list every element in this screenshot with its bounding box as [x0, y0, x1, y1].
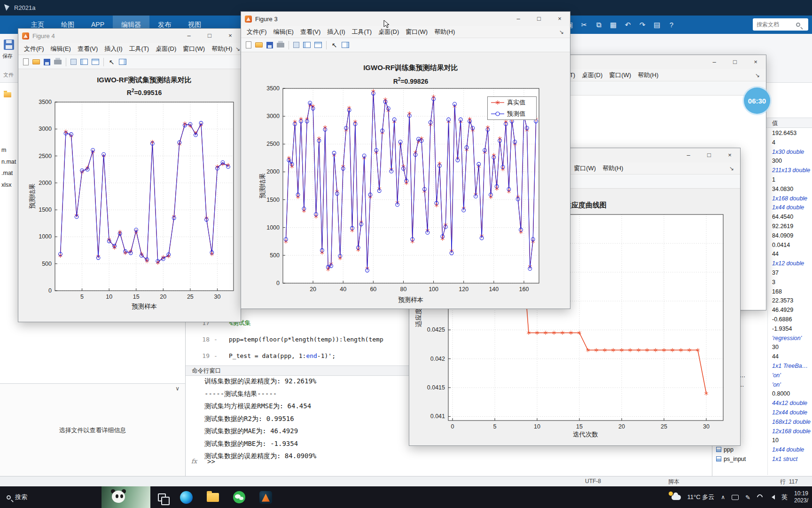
- menu-item[interactable]: 插入(I): [324, 28, 348, 36]
- workspace-value[interactable]: 44x12 double: [772, 399, 807, 408]
- workspace-value[interactable]: 1: [772, 175, 775, 184]
- help-icon[interactable]: ?: [667, 21, 676, 29]
- menu-item[interactable]: 帮助(H): [634, 71, 662, 79]
- dock-pin-icon[interactable]: ↘: [755, 72, 764, 79]
- workspace-value[interactable]: 'on': [772, 371, 781, 380]
- wechat-icon[interactable]: [233, 491, 245, 503]
- ime-indicator[interactable]: 英: [781, 493, 788, 501]
- dock-pin-icon[interactable]: ↘: [729, 165, 738, 172]
- close-button[interactable]: ×: [745, 55, 766, 69]
- workspace-value[interactable]: 46.4929: [772, 306, 793, 315]
- workspace-value[interactable]: 84.0909: [772, 231, 793, 240]
- file-list-item[interactable]: m: [1, 147, 6, 153]
- workspace-value[interactable]: 1x44 double: [772, 203, 804, 212]
- workspace-value[interactable]: 300: [772, 157, 782, 166]
- menu-item[interactable]: 文件(F): [243, 28, 270, 36]
- cut-icon[interactable]: ✂: [580, 21, 588, 29]
- insert-panel-icon[interactable]: [119, 59, 126, 65]
- figure-titlebar[interactable]: Figure 4 –□×: [18, 29, 241, 43]
- touch-keyboard-icon[interactable]: [732, 495, 739, 500]
- minimize-button[interactable]: –: [678, 148, 699, 162]
- workspace-value[interactable]: 211x13 double: [772, 166, 810, 175]
- save-icon[interactable]: [266, 42, 273, 48]
- menu-item[interactable]: 窗口(W): [606, 71, 634, 79]
- cursor-arrow-icon[interactable]: ↖: [331, 41, 338, 49]
- menu-item[interactable]: 查看(V): [297, 28, 324, 36]
- workspace-value[interactable]: 1x1 TreeBa…: [772, 362, 808, 371]
- menu-item[interactable]: 工具(T): [126, 45, 153, 53]
- menu-item[interactable]: 窗口(W): [402, 28, 431, 36]
- dock-pin-icon[interactable]: ↘: [559, 29, 568, 35]
- maximize-button[interactable]: □: [199, 29, 220, 43]
- pen-icon[interactable]: ✎: [745, 494, 750, 501]
- edge-browser-icon[interactable]: [180, 491, 193, 504]
- workspace-value[interactable]: 64.4540: [772, 213, 793, 222]
- paste-icon[interactable]: ▦: [609, 21, 617, 29]
- workspace-value[interactable]: 44: [772, 250, 779, 259]
- workspace-value[interactable]: 30: [772, 343, 779, 352]
- news-widget-thumbnail[interactable]: [102, 486, 150, 508]
- workspace-value[interactable]: 92.2619: [772, 222, 793, 231]
- workspace-variable-name[interactable]: ppp: [724, 445, 734, 454]
- workspace-value[interactable]: -0.6886: [772, 315, 792, 324]
- workspace-value[interactable]: 12x168 double: [772, 427, 811, 436]
- figure-window-4[interactable]: Figure 4 –□× 文件(F)编辑(E)查看(V)插入(I)工具(T)桌面…: [18, 28, 241, 322]
- maximize-button[interactable]: □: [725, 55, 745, 69]
- cursor-arrow-icon[interactable]: ↖: [108, 58, 115, 66]
- close-button[interactable]: ×: [549, 12, 570, 26]
- menu-item[interactable]: 编辑(E): [47, 45, 74, 53]
- workspace-value[interactable]: 34.0830: [772, 185, 793, 194]
- print-icon[interactable]: [54, 60, 62, 64]
- new-doc-icon[interactable]: [246, 41, 251, 48]
- workspace-value[interactable]: 37: [772, 269, 779, 278]
- menu-item[interactable]: 查看(V): [74, 45, 101, 53]
- pane-left-icon[interactable]: [80, 59, 88, 65]
- file-list-item[interactable]: .mat: [1, 170, 13, 176]
- menu-item[interactable]: 文件(F): [21, 45, 47, 53]
- open-folder-icon[interactable]: [255, 42, 263, 48]
- volume-icon[interactable]: [769, 495, 775, 500]
- workspace-value[interactable]: 3: [772, 278, 775, 287]
- menu-item[interactable]: 桌面(D): [152, 45, 180, 53]
- open-folder-icon[interactable]: [32, 59, 40, 64]
- minimize-button[interactable]: –: [179, 29, 199, 43]
- workspace-value[interactable]: 0.8000: [772, 389, 790, 398]
- workspace-value[interactable]: 168x12 double: [772, 418, 811, 427]
- tray-chevron-up-icon[interactable]: ∧: [721, 494, 725, 500]
- workspace-variable-name[interactable]: ps_input: [724, 455, 746, 464]
- redo-icon[interactable]: ↷: [638, 21, 647, 29]
- pane-split-icon[interactable]: [314, 42, 322, 48]
- figure-titlebar[interactable]: Figure 3 –□×: [241, 12, 570, 26]
- minimize-button[interactable]: –: [508, 12, 529, 26]
- pane-split-icon[interactable]: [92, 59, 99, 65]
- chevron-down-icon[interactable]: ∨: [175, 385, 180, 392]
- workspace-value[interactable]: 1x1 struct: [772, 455, 797, 464]
- figure-window-3[interactable]: Figure 3 –□× 文件(F)编辑(E)查看(V)插入(I)工具(T)桌面…: [241, 11, 570, 309]
- workspace-value[interactable]: 22.3573: [772, 296, 793, 305]
- close-button[interactable]: ×: [719, 148, 740, 162]
- workspace-value[interactable]: 'regression': [772, 334, 802, 343]
- undo-icon[interactable]: ↶: [624, 21, 632, 29]
- workspace-value[interactable]: 1x168 double: [772, 194, 807, 203]
- weather-text[interactable]: 11°C 多云: [687, 493, 715, 501]
- menu-item[interactable]: 帮助(H): [431, 28, 458, 36]
- workspace-value[interactable]: 12x44 double: [772, 408, 807, 417]
- pane-left-icon[interactable]: [303, 42, 311, 48]
- command-prompt[interactable]: >>: [207, 458, 215, 465]
- workspace-value[interactable]: -1.9354: [772, 325, 792, 333]
- file-list-item[interactable]: xlsx: [1, 182, 12, 188]
- copy-icon[interactable]: ⧉: [594, 21, 603, 29]
- menu-item[interactable]: 工具(T): [349, 28, 375, 36]
- workspace-value[interactable]: 192.6453: [772, 129, 796, 138]
- menu-item[interactable]: 帮助(H): [599, 164, 626, 173]
- workspace-value[interactable]: 1x30 double: [772, 148, 804, 157]
- workspace-value[interactable]: 1x44 double: [772, 445, 804, 454]
- save-icon[interactable]: [44, 59, 50, 65]
- copy-figure-icon[interactable]: [70, 59, 77, 65]
- workspace-value[interactable]: 0.0414: [772, 241, 790, 250]
- maximize-button[interactable]: □: [699, 148, 719, 162]
- file-explorer-icon[interactable]: [207, 493, 219, 502]
- menu-item[interactable]: 插入(I): [101, 45, 125, 53]
- workspace-value[interactable]: 44: [772, 352, 779, 361]
- close-button[interactable]: ×: [220, 29, 241, 43]
